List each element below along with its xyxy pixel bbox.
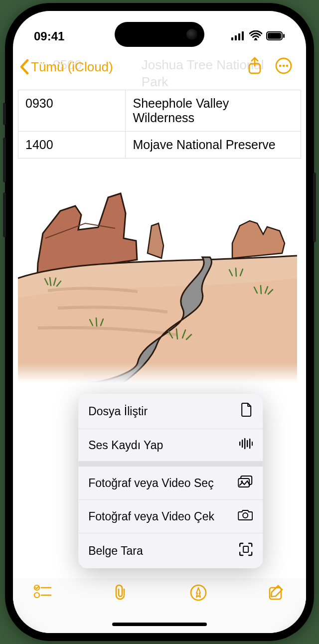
- phone-frame: 09:41 Tümü (iCloud): [5, 3, 314, 641]
- svg-rect-1: [235, 35, 237, 40]
- home-indicator[interactable]: [112, 623, 207, 626]
- cell-time[interactable]: 1400: [18, 132, 126, 159]
- attachment-menu: Dosya İliştir Ses Kaydı Yap Fotoğraf vey…: [78, 394, 263, 568]
- chevron-left-icon: [19, 59, 30, 75]
- menu-attach-file[interactable]: Dosya İliştir: [78, 394, 263, 429]
- mute-switch[interactable]: [3, 103, 6, 125]
- menu-choose-photo-video[interactable]: Fotoğraf veya Video Seç: [78, 467, 263, 500]
- svg-rect-3: [242, 31, 244, 40]
- svg-rect-2: [238, 33, 240, 40]
- table-row[interactable]: 0930 Sheephole Valley Wilderness: [18, 90, 301, 132]
- svg-point-23: [243, 513, 248, 518]
- markup-button[interactable]: [190, 584, 207, 603]
- cell-time[interactable]: 0930: [18, 90, 126, 132]
- attachment-button[interactable]: [113, 584, 128, 603]
- compose-button[interactable]: [268, 584, 285, 603]
- dynamic-island: [115, 22, 204, 47]
- gallery-icon: [238, 476, 253, 490]
- menu-label: Ses Kaydı Yap: [88, 439, 163, 452]
- svg-rect-6: [268, 33, 281, 39]
- menu-take-photo-video[interactable]: Fotoğraf veya Video Çek: [78, 500, 263, 533]
- cell-place[interactable]: Mojave National Preserve: [126, 132, 301, 159]
- schedule-table[interactable]: 0930 Sheephole Valley Wilderness 1400 Mo…: [18, 90, 301, 159]
- back-button[interactable]: Tümü (iCloud): [19, 59, 113, 75]
- svg-point-11: [283, 65, 285, 67]
- nav-bar: Tümü (iCloud): [13, 50, 306, 82]
- table-row[interactable]: 1400 Mojave National Preserve: [18, 132, 301, 159]
- back-label: Tümü (iCloud): [31, 59, 113, 75]
- svg-rect-7: [283, 34, 285, 38]
- menu-label: Fotoğraf veya Video Çek: [88, 510, 214, 523]
- menu-label: Fotoğraf veya Video Seç: [88, 477, 213, 490]
- svg-point-4: [255, 38, 257, 40]
- volume-up-button[interactable]: [3, 138, 6, 182]
- battery-icon: [266, 29, 285, 43]
- svg-point-12: [286, 65, 289, 67]
- menu-divider: [78, 462, 263, 467]
- checklist-button[interactable]: [34, 584, 52, 601]
- svg-point-10: [279, 65, 282, 67]
- status-time: 09:41: [34, 29, 64, 43]
- camera-icon: [238, 509, 253, 524]
- svg-rect-0: [231, 37, 233, 40]
- power-button[interactable]: [313, 172, 316, 242]
- menu-scan-document[interactable]: Belge Tara: [78, 533, 263, 568]
- svg-rect-21: [238, 479, 249, 487]
- svg-rect-13: [18, 363, 297, 383]
- scan-icon: [239, 542, 253, 559]
- menu-record-audio[interactable]: Ses Kaydı Yap: [78, 429, 263, 462]
- cell-place[interactable]: Sheephole Valley Wilderness: [126, 90, 301, 132]
- waveform-icon: [239, 438, 253, 452]
- svg-rect-24: [243, 546, 248, 552]
- document-icon: [241, 403, 253, 420]
- menu-label: Belge Tara: [88, 544, 143, 558]
- screen: 09:41 Tümü (iCloud): [13, 11, 306, 633]
- volume-down-button[interactable]: [3, 192, 6, 237]
- svg-point-27: [34, 593, 39, 598]
- more-button[interactable]: [275, 57, 292, 76]
- wifi-icon: [249, 29, 262, 43]
- share-button[interactable]: [247, 57, 262, 77]
- menu-label: Dosya İliştir: [88, 405, 148, 418]
- desert-sketch: [18, 173, 301, 385]
- cellular-icon: [231, 29, 245, 43]
